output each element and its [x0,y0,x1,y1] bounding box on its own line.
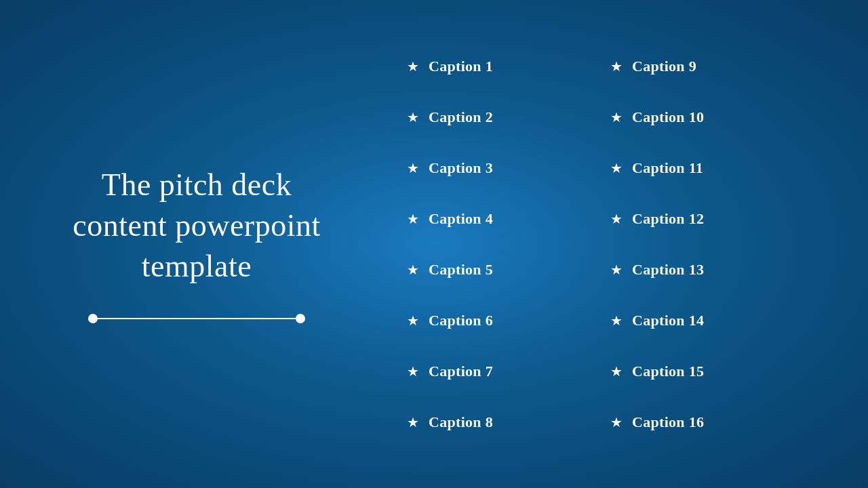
caption-item-7: ★ Caption 7 [407,346,610,396]
caption-item-6: ★ Caption 6 [407,295,610,346]
caption-label-16: Caption 16 [632,413,704,431]
caption-item-10: ★ Caption 10 [610,92,814,142]
caption-label-11: Caption 11 [632,159,703,177]
divider-dot-left [88,314,98,323]
star-icon-13: ★ [610,263,623,277]
caption-item-14: ★ Caption 14 [610,295,814,346]
caption-label-14: Caption 14 [632,312,704,329]
caption-item-5: ★ Caption 5 [407,244,610,295]
caption-item-13: ★ Caption 13 [610,244,814,295]
star-icon-2: ★ [407,110,419,124]
left-panel: The pitch deck content powerpoint templa… [0,124,380,363]
star-icon-10: ★ [610,110,623,124]
caption-label-7: Caption 7 [429,363,493,380]
divider-line [88,314,305,323]
slide: The pitch deck content powerpoint templa… [0,0,868,488]
captions-grid: ★ Caption 1 ★ Caption 9 ★ Caption 2 ★ Ca… [380,0,868,488]
caption-item-2: ★ Caption 2 [407,92,610,142]
caption-label-13: Caption 13 [632,261,704,279]
star-icon-15: ★ [610,365,623,378]
star-icon-11: ★ [610,161,623,175]
star-icon-1: ★ [407,60,419,73]
caption-item-8: ★ Caption 8 [407,396,610,447]
caption-label-6: Caption 6 [429,312,493,329]
caption-item-1: ★ Caption 1 [407,41,610,92]
caption-label-2: Caption 2 [429,108,493,126]
star-icon-9: ★ [610,60,623,73]
caption-label-12: Caption 12 [632,210,704,228]
star-icon-14: ★ [610,314,623,327]
caption-label-8: Caption 8 [429,413,493,431]
star-icon-16: ★ [610,415,623,429]
caption-item-12: ★ Caption 12 [610,193,814,244]
caption-item-11: ★ Caption 11 [610,142,814,193]
caption-label-5: Caption 5 [429,261,493,279]
caption-item-3: ★ Caption 3 [407,142,610,193]
caption-label-3: Caption 3 [429,159,493,177]
caption-item-4: ★ Caption 4 [407,193,610,244]
divider-line-body [98,318,296,319]
star-icon-5: ★ [407,263,419,277]
caption-label-1: Caption 1 [429,58,493,75]
caption-label-10: Caption 10 [632,108,704,126]
star-icon-7: ★ [407,365,419,378]
caption-label-4: Caption 4 [429,210,493,228]
star-icon-8: ★ [407,415,419,429]
caption-label-15: Caption 15 [632,363,704,380]
caption-item-9: ★ Caption 9 [610,41,814,92]
caption-item-15: ★ Caption 15 [610,346,814,396]
star-icon-3: ★ [407,161,419,175]
star-icon-6: ★ [407,314,419,327]
star-icon-4: ★ [407,212,419,226]
caption-label-9: Caption 9 [632,58,696,75]
divider-dot-right [296,314,305,323]
star-icon-12: ★ [610,212,623,226]
caption-item-16: ★ Caption 16 [610,396,814,447]
slide-title: The pitch deck content powerpoint templa… [54,165,339,286]
